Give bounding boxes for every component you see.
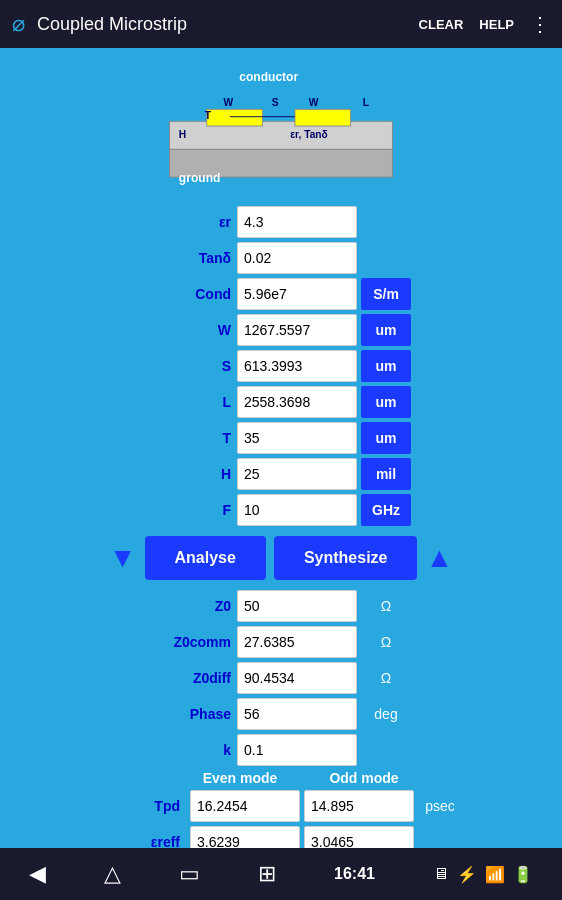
svg-text:H: H	[179, 129, 186, 140]
analyse-button[interactable]: Analyse	[145, 536, 266, 580]
eo-label-Tpd: Tpd	[100, 798, 180, 814]
output-input-Z0diff[interactable]	[237, 662, 357, 694]
diagram-container: ground conductor T W S W L H εr, Tanδ	[10, 56, 552, 196]
unit-H: mil	[361, 458, 411, 490]
even-mode-header: Even mode	[180, 770, 300, 786]
unit-S: um	[361, 350, 411, 382]
eo-label-εreff: εreff	[100, 834, 180, 848]
label-W: W	[151, 322, 231, 338]
unit-W: um	[361, 314, 411, 346]
grid-button[interactable]: ⊞	[258, 861, 276, 887]
input-S[interactable]	[237, 350, 357, 382]
label-r: εr	[151, 214, 231, 230]
output-unit-Z0diff: Ω	[361, 662, 411, 694]
home-button[interactable]: △	[104, 861, 121, 887]
eo-unit-εreff	[418, 826, 462, 848]
clear-button[interactable]: CLEAR	[419, 17, 464, 32]
output-input-Z0[interactable]	[237, 590, 357, 622]
output-unit-Z0: Ω	[361, 590, 411, 622]
input-W[interactable]	[237, 314, 357, 346]
label-T: T	[151, 430, 231, 446]
output-row-k: k	[10, 734, 552, 766]
input-row-L: Lum	[10, 386, 552, 418]
synthesize-button[interactable]: Synthesize	[274, 536, 418, 580]
svg-text:W: W	[223, 97, 233, 108]
label-H: H	[151, 466, 231, 482]
help-button[interactable]: HELP	[479, 17, 514, 32]
input-F[interactable]	[237, 494, 357, 526]
more-options-button[interactable]: ⋮	[530, 12, 550, 36]
top-bar-actions: CLEAR HELP ⋮	[419, 12, 550, 36]
label-Cond: Cond	[151, 286, 231, 302]
output-row-Z0comm: Z0commΩ	[10, 626, 552, 658]
output-unit-Z0comm: Ω	[361, 626, 411, 658]
output-row-Phase: Phasedeg	[10, 698, 552, 730]
odd-mode-header: Odd mode	[304, 770, 424, 786]
output-row-Z0: Z0Ω	[10, 590, 552, 622]
input-row-Tan: Tanδ	[10, 242, 552, 274]
input-row-T: Tum	[10, 422, 552, 454]
left-arrow-button[interactable]: ▼	[109, 542, 137, 574]
input-Cond[interactable]	[237, 278, 357, 310]
usb-icon: ⚡	[457, 865, 477, 884]
label-F: F	[151, 502, 231, 518]
unit-Cond: S/m	[361, 278, 411, 310]
input-row-Cond: CondS/m	[10, 278, 552, 310]
input-row-S: Sum	[10, 350, 552, 382]
main-content: ground conductor T W S W L H εr, Tanδ	[0, 48, 562, 848]
input-row-H: Hmil	[10, 458, 552, 490]
svg-text:W: W	[309, 97, 319, 108]
eo-even-εreff[interactable]	[190, 826, 300, 848]
svg-text:conductor: conductor	[239, 70, 298, 84]
eo-odd-Tpd[interactable]	[304, 790, 414, 822]
svg-text:εr, Tanδ: εr, Tanδ	[290, 129, 328, 140]
microstrip-diagram: ground conductor T W S W L H εr, Tanδ	[151, 56, 411, 196]
output-unit-Phase: deg	[361, 698, 411, 730]
right-arrow-button[interactable]: ▲	[425, 542, 453, 574]
eo-row-εreff: εreff	[10, 826, 552, 848]
output-input-Z0comm[interactable]	[237, 626, 357, 658]
eo-header: Even mode Odd mode	[10, 770, 552, 786]
wifi-icon: 📶	[485, 865, 505, 884]
label-L: L	[151, 394, 231, 410]
input-H[interactable]	[237, 458, 357, 490]
outputs-container: Z0ΩZ0commΩZ0diffΩPhasedegk	[10, 590, 552, 766]
even-odd-section: Even mode Odd mode TpdpsecεreffZΩLossdB	[10, 770, 552, 848]
output-label-Z0comm: Z0comm	[151, 634, 231, 650]
eo-even-Tpd[interactable]	[190, 790, 300, 822]
input-r[interactable]	[237, 206, 357, 238]
eo-rows-container: TpdpsecεreffZΩLossdB	[10, 790, 552, 848]
output-input-k[interactable]	[237, 734, 357, 766]
recents-button[interactable]: ▭	[179, 861, 200, 887]
input-L[interactable]	[237, 386, 357, 418]
output-input-Phase[interactable]	[237, 698, 357, 730]
input-row-W: Wum	[10, 314, 552, 346]
app-title: Coupled Microstrip	[37, 14, 407, 35]
svg-rect-3	[207, 109, 263, 126]
top-bar: ⌀ Coupled Microstrip CLEAR HELP ⋮	[0, 0, 562, 48]
input-T[interactable]	[237, 422, 357, 454]
label-Tan: Tanδ	[151, 250, 231, 266]
input-row-F: FGHz	[10, 494, 552, 526]
inputs-container: εrTanδCondS/mWumSumLumTumHmilFGHz	[10, 206, 552, 526]
output-label-k: k	[151, 742, 231, 758]
svg-rect-4	[295, 109, 351, 126]
output-label-Phase: Phase	[151, 706, 231, 722]
eo-unit-Tpd: psec	[418, 790, 462, 822]
back-button[interactable]: ◀	[29, 861, 46, 887]
bottom-nav: ◀ △ ▭ ⊞ 16:41 🖥 ⚡ 📶 🔋	[0, 848, 562, 900]
eo-odd-εreff[interactable]	[304, 826, 414, 848]
output-row-Z0diff: Z0diffΩ	[10, 662, 552, 694]
output-label-Z0diff: Z0diff	[151, 670, 231, 686]
svg-text:L: L	[363, 97, 369, 108]
battery-icon: 🔋	[513, 865, 533, 884]
input-Tan[interactable]	[237, 242, 357, 274]
status-icons: 🖥 ⚡ 📶 🔋	[433, 865, 533, 884]
buttons-row: ▼ Analyse Synthesize ▲	[10, 536, 552, 580]
app-logo: ⌀	[12, 11, 25, 37]
label-S: S	[151, 358, 231, 374]
output-unit-k	[361, 734, 411, 766]
svg-rect-2	[170, 121, 393, 149]
eo-row-Tpd: Tpdpsec	[10, 790, 552, 822]
input-row-r: εr	[10, 206, 552, 238]
